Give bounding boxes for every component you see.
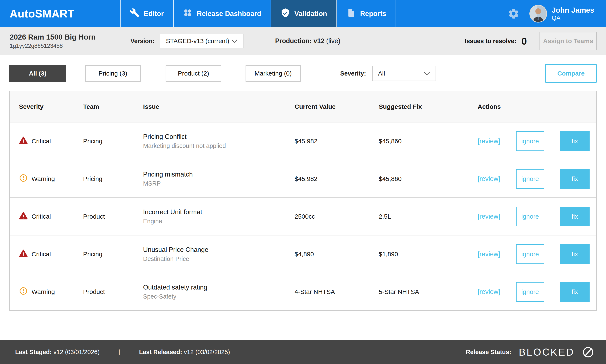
- severity-label: Warning: [32, 288, 55, 295]
- tab-label: Validation: [294, 10, 327, 18]
- version-label: Version:: [130, 38, 155, 45]
- blocked-icon: [582, 346, 594, 358]
- tab-release-dashboard[interactable]: Release Dashboard: [173, 0, 271, 27]
- user-role: QA: [552, 14, 594, 21]
- severity-cell: Critical: [19, 249, 83, 259]
- filter-chip-product[interactable]: Product (2): [166, 65, 221, 82]
- filter-chip-pricing[interactable]: Pricing (3): [85, 65, 141, 82]
- table-row: Warning Pricing Pricing mismatch MSRP $4…: [10, 160, 596, 197]
- issues-to-resolve: Issues to resolve: 0: [465, 35, 527, 47]
- team-cell: Pricing: [83, 175, 143, 182]
- current-value-cell: $45,982: [295, 138, 379, 145]
- version-dropdown[interactable]: STAGED-v13 (current): [160, 34, 244, 48]
- severity-cell: Warning: [19, 174, 83, 184]
- fix-button[interactable]: fix: [560, 169, 590, 189]
- suggested-fix-cell: $45,860: [379, 138, 478, 145]
- filter-chip-all[interactable]: All (3): [9, 65, 66, 82]
- actions-cell: [review] ignore fix: [478, 169, 596, 189]
- severity-cell: Warning: [19, 286, 83, 297]
- issue-detail: Destination Price: [143, 255, 295, 262]
- review-link[interactable]: [review]: [478, 250, 500, 258]
- col-current-value: Current Value: [295, 103, 379, 110]
- table-row: Critical Product Incorrect Unit format E…: [10, 197, 596, 235]
- col-suggested-fix: Suggested Fix: [379, 103, 478, 110]
- severity-label: Critical: [32, 213, 51, 220]
- severity-cell: Critical: [19, 136, 83, 146]
- tab-label: Editor: [144, 10, 164, 18]
- compare-button[interactable]: Compare: [545, 64, 597, 83]
- severity-dropdown[interactable]: All: [372, 66, 436, 81]
- last-staged: Last Staged: v12 (03/01/2026): [15, 349, 100, 356]
- severity-filter-label: Severity:: [340, 70, 366, 77]
- actions-cell: [review] ignore fix: [478, 131, 596, 151]
- fix-button[interactable]: fix: [560, 244, 590, 264]
- current-value-cell: $4,890: [295, 251, 379, 258]
- footer-divider: |: [118, 349, 120, 356]
- user-name: John James: [552, 6, 594, 14]
- issue-detail: Spec-Safety: [143, 293, 295, 300]
- tab-reports[interactable]: Reports: [336, 0, 396, 27]
- release-status-value: BLOCKED: [519, 346, 574, 358]
- col-actions: Actions: [478, 103, 596, 110]
- user-avatar[interactable]: [529, 5, 547, 23]
- version-value: STAGED-v13 (current): [166, 38, 229, 45]
- app-logo: AutoSMART: [0, 0, 120, 27]
- team-cell: Pricing: [83, 251, 143, 258]
- col-team: Team: [83, 103, 143, 110]
- wrench-icon: [130, 8, 140, 19]
- issue-cell: Pricing Conflict Marketing discount not …: [143, 133, 295, 149]
- critical-icon: [19, 211, 28, 221]
- fix-button[interactable]: fix: [560, 131, 590, 151]
- nav-right: John James QA: [507, 0, 606, 27]
- col-severity: Severity: [19, 103, 83, 110]
- suggested-fix-cell: $1,890: [379, 251, 478, 258]
- production-version: Production: v12 (live): [275, 37, 340, 45]
- issue-title: Pricing mismatch: [143, 171, 295, 178]
- issue-cell: Outdated safety rating Spec-Safety: [143, 284, 295, 300]
- warning-icon: [19, 286, 28, 297]
- warning-icon: [19, 174, 28, 184]
- vehicle-header: 2026 Ram 1500 Big Horn 1g1yy22g865123458…: [0, 27, 606, 55]
- team-cell: Product: [83, 288, 143, 295]
- shield-check-icon: [281, 8, 290, 19]
- severity-label: Warning: [32, 175, 55, 182]
- severity-label: Critical: [32, 251, 51, 258]
- actions-cell: [review] ignore fix: [478, 244, 596, 264]
- actions-cell: [review] ignore fix: [478, 282, 596, 302]
- document-icon: [346, 8, 356, 19]
- issue-cell: Unusual Price Change Destination Price: [143, 246, 295, 262]
- issue-cell: Incorrect Unit format Engine: [143, 208, 295, 225]
- filter-chip-marketing[interactable]: Marketing (0): [245, 65, 301, 82]
- critical-icon: [19, 249, 28, 259]
- ignore-button[interactable]: ignore: [516, 131, 544, 151]
- table-body: Critical Pricing Pricing Conflict Market…: [10, 122, 596, 310]
- issue-detail: MSRP: [143, 180, 295, 187]
- table-row: Critical Pricing Pricing Conflict Market…: [10, 122, 596, 160]
- team-cell: Product: [83, 213, 143, 220]
- assign-to-teams-button[interactable]: Assign to Teams: [540, 32, 597, 50]
- actions-cell: [review] ignore fix: [478, 207, 596, 226]
- fix-button[interactable]: fix: [560, 282, 590, 302]
- tab-editor[interactable]: Editor: [120, 0, 173, 27]
- review-link[interactable]: [review]: [478, 137, 500, 145]
- user-menu[interactable]: John James QA: [529, 5, 594, 23]
- issue-detail: Marketing discount not applied: [143, 143, 295, 149]
- vehicle-vin: 1g1yy22g865123458: [10, 43, 130, 49]
- ignore-button[interactable]: ignore: [516, 169, 544, 189]
- ignore-button[interactable]: ignore: [516, 207, 544, 226]
- review-link[interactable]: [review]: [478, 213, 500, 220]
- severity-label: Critical: [32, 138, 51, 145]
- ignore-button[interactable]: ignore: [516, 282, 544, 302]
- nav-tabs: Editor Release Dashboard Validation: [120, 0, 396, 27]
- table-row: Critical Pricing Unusual Price Change De…: [10, 235, 596, 273]
- review-link[interactable]: [review]: [478, 175, 500, 183]
- review-link[interactable]: [review]: [478, 288, 500, 296]
- ignore-button[interactable]: ignore: [516, 244, 544, 264]
- status-footer: Last Staged: v12 (03/01/2026) | Last Rel…: [0, 340, 606, 364]
- fix-button[interactable]: fix: [560, 207, 590, 226]
- issues-count: 0: [521, 35, 527, 47]
- grid-icon: [183, 8, 193, 19]
- gear-icon[interactable]: [507, 8, 520, 20]
- tab-validation[interactable]: Validation: [271, 0, 336, 27]
- issue-detail: Engine: [143, 218, 295, 225]
